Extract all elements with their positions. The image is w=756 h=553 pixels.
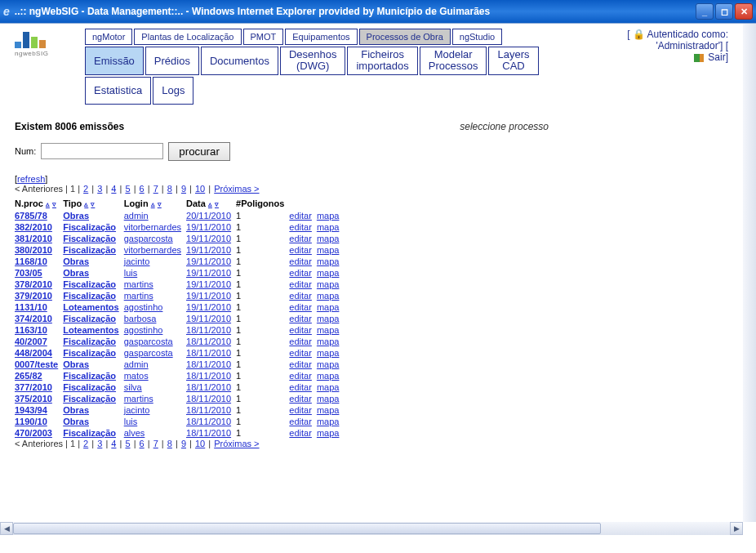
cell-data-link[interactable]: 19/11/2010: [186, 234, 231, 243]
cell-data-link[interactable]: 19/11/2010: [186, 291, 231, 301]
cell-nproc-link[interactable]: 379/2010: [15, 291, 52, 301]
top-tab[interactable]: Equipamentos: [285, 29, 357, 45]
cell-data-link[interactable]: 19/11/2010: [186, 245, 231, 255]
cell-data-link[interactable]: 18/11/2010: [186, 405, 231, 415]
cell-tipo-link[interactable]: Fiscalização: [63, 371, 116, 381]
cell-editar-link[interactable]: editar: [289, 382, 312, 392]
cell-tipo-link[interactable]: Fiscalização: [63, 291, 116, 301]
sort-asc-login[interactable]: ▵: [151, 200, 155, 208]
cell-mapa-link[interactable]: mapa: [317, 417, 340, 426]
pager-page[interactable]: 3: [97, 439, 102, 448]
cell-nproc-link[interactable]: 6785/78: [15, 211, 47, 221]
cell-login-link[interactable]: luis: [124, 268, 138, 278]
cell-editar-link[interactable]: editar: [289, 428, 312, 438]
cell-login-link[interactable]: barbosa: [124, 314, 157, 323]
cell-tipo-link[interactable]: Fiscalização: [63, 222, 116, 232]
cell-login-link[interactable]: vitorbernardes: [124, 245, 181, 255]
cell-nproc-link[interactable]: 1168/10: [15, 256, 47, 266]
cell-tipo-link[interactable]: Fiscalização: [63, 348, 116, 358]
cell-editar-link[interactable]: editar: [289, 222, 312, 232]
pager-page[interactable]: 6: [140, 184, 145, 194]
sub-tab[interactable]: Desenhos(DWG): [280, 47, 346, 75]
cell-editar-link[interactable]: editar: [289, 314, 312, 323]
cell-data-link[interactable]: 19/11/2010: [186, 302, 231, 312]
cell-mapa-link[interactable]: mapa: [317, 302, 340, 312]
pager-page[interactable]: 10: [195, 439, 205, 448]
cell-data-link[interactable]: 18/11/2010: [186, 371, 231, 381]
cell-tipo-link[interactable]: Loteamentos: [63, 325, 118, 335]
cell-tipo-link[interactable]: Obras: [63, 405, 89, 415]
scroll-left-arrow-icon[interactable]: ◀: [0, 522, 13, 535]
cell-tipo-link[interactable]: Loteamentos: [63, 302, 118, 312]
cell-data-link[interactable]: 18/11/2010: [186, 394, 231, 404]
top-tab[interactable]: Processos de Obra: [359, 29, 451, 45]
cell-mapa-link[interactable]: mapa: [317, 348, 340, 358]
cell-editar-link[interactable]: editar: [289, 302, 312, 312]
cell-login-link[interactable]: jacinto: [124, 405, 150, 415]
sort-desc-login[interactable]: ▿: [158, 200, 162, 208]
cell-tipo-link[interactable]: Fiscalização: [63, 245, 116, 255]
cell-mapa-link[interactable]: mapa: [317, 211, 340, 221]
cell-tipo-link[interactable]: Fiscalização: [63, 279, 116, 289]
cell-editar-link[interactable]: editar: [289, 234, 312, 243]
cell-editar-link[interactable]: editar: [289, 211, 312, 221]
cell-nproc-link[interactable]: 1163/10: [15, 325, 47, 335]
cell-editar-link[interactable]: editar: [289, 325, 312, 335]
cell-mapa-link[interactable]: mapa: [317, 314, 340, 323]
cell-nproc-link[interactable]: 378/2010: [15, 279, 52, 289]
cell-tipo-link[interactable]: Obras: [63, 359, 89, 369]
cell-login-link[interactable]: agostinho: [124, 302, 163, 312]
cell-data-link[interactable]: 19/11/2010: [186, 222, 231, 232]
cell-tipo-link[interactable]: Fiscalização: [63, 382, 116, 392]
sub-tab[interactable]: Ficheirosimportados: [347, 47, 417, 75]
cell-login-link[interactable]: silva: [124, 382, 142, 392]
top-tab[interactable]: PMOT: [243, 29, 284, 45]
cell-mapa-link[interactable]: mapa: [317, 371, 340, 381]
cell-nproc-link[interactable]: 381/2010: [15, 234, 52, 243]
cell-nproc-link[interactable]: 380/2010: [15, 245, 52, 255]
cell-nproc-link[interactable]: 1943/94: [15, 405, 47, 415]
pager-next[interactable]: Próximas >: [214, 184, 259, 194]
sort-asc-tipo[interactable]: ▵: [84, 200, 88, 208]
pager-page[interactable]: 6: [140, 439, 145, 448]
cell-editar-link[interactable]: editar: [289, 394, 312, 404]
cell-login-link[interactable]: matos: [124, 371, 149, 381]
cell-nproc-link[interactable]: 374/2010: [15, 314, 52, 323]
cell-editar-link[interactable]: editar: [289, 337, 312, 346]
cell-mapa-link[interactable]: mapa: [317, 256, 340, 266]
search-button[interactable]: procurar: [168, 142, 230, 161]
cell-login-link[interactable]: martins: [124, 279, 153, 289]
cell-tipo-link[interactable]: Obras: [63, 268, 89, 278]
sort-desc-nproc[interactable]: ▿: [52, 200, 56, 208]
cell-mapa-link[interactable]: mapa: [317, 245, 340, 255]
refresh-link[interactable]: refresh: [17, 174, 45, 184]
cell-data-link[interactable]: 18/11/2010: [186, 359, 231, 369]
sub-tab[interactable]: Logs: [153, 77, 193, 105]
cell-nproc-link[interactable]: 382/2010: [15, 222, 52, 232]
cell-editar-link[interactable]: editar: [289, 417, 312, 426]
cell-mapa-link[interactable]: mapa: [317, 405, 340, 415]
cell-editar-link[interactable]: editar: [289, 405, 312, 415]
cell-editar-link[interactable]: editar: [289, 371, 312, 381]
cell-tipo-link[interactable]: Fiscalização: [63, 314, 116, 323]
cell-login-link[interactable]: jacinto: [124, 256, 150, 266]
cell-mapa-link[interactable]: mapa: [317, 337, 340, 346]
cell-tipo-link[interactable]: Obras: [63, 256, 89, 266]
cell-editar-link[interactable]: editar: [289, 245, 312, 255]
cell-tipo-link[interactable]: Fiscalização: [63, 234, 116, 243]
pager-page[interactable]: 8: [167, 184, 172, 194]
cell-data-link[interactable]: 18/11/2010: [186, 325, 231, 335]
cell-mapa-link[interactable]: mapa: [317, 234, 340, 243]
top-tab[interactable]: ngStudio: [452, 29, 502, 45]
logout-link[interactable]: Sair]: [708, 51, 728, 63]
sub-tab[interactable]: Emissão: [85, 47, 144, 75]
cell-mapa-link[interactable]: mapa: [317, 325, 340, 335]
cell-editar-link[interactable]: editar: [289, 268, 312, 278]
close-button[interactable]: ✕: [735, 3, 753, 20]
cell-nproc-link[interactable]: 1190/10: [15, 417, 47, 426]
pager-next[interactable]: Próximas >: [214, 439, 259, 448]
cell-nproc-link[interactable]: 265/82: [15, 371, 42, 381]
cell-mapa-link[interactable]: mapa: [317, 279, 340, 289]
cell-nproc-link[interactable]: 448/2004: [15, 348, 52, 358]
cell-login-link[interactable]: vitorbernardes: [124, 222, 181, 232]
